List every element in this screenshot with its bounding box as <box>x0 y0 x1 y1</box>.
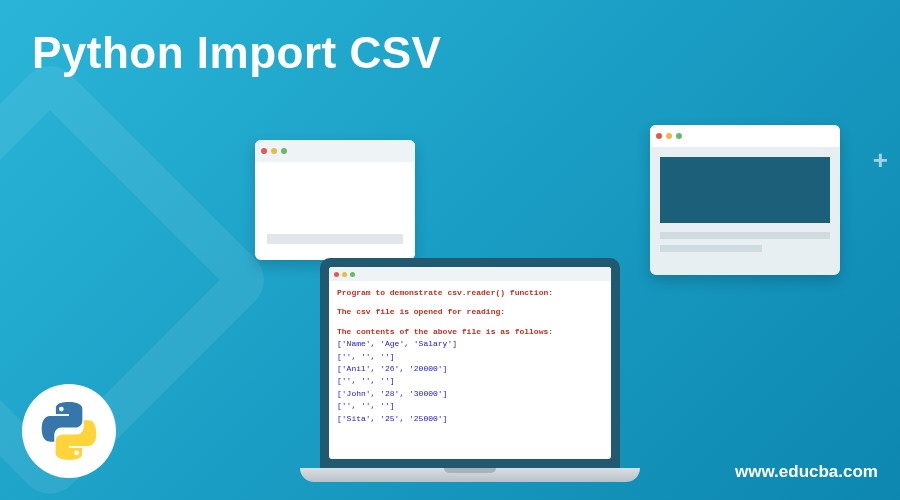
laptop-screen: Program to demonstrate csv.reader() func… <box>320 258 620 468</box>
laptop-base <box>300 468 640 482</box>
plus-icon: + <box>873 145 888 176</box>
maximize-icon <box>350 272 355 277</box>
python-logo <box>22 384 116 478</box>
terminal-output: Program to demonstrate csv.reader() func… <box>329 281 611 431</box>
window-titlebar <box>650 125 840 147</box>
terminal-line: ['Sita', '25', '25000'] <box>337 413 603 425</box>
terminal-line: ['', '', ''] <box>337 400 603 412</box>
terminal-line: ['', '', ''] <box>337 351 603 363</box>
maximize-icon <box>281 148 287 154</box>
minimize-icon <box>342 272 347 277</box>
text-placeholder <box>660 245 762 252</box>
close-icon <box>334 272 339 277</box>
text-placeholder <box>660 232 830 239</box>
laptop-notch <box>444 468 496 473</box>
laptop-illustration: Program to demonstrate csv.reader() func… <box>300 258 640 500</box>
terminal-line: ['Name', 'Age', 'Salary'] <box>337 338 603 350</box>
terminal-line: The contents of the above file is as fol… <box>337 326 603 338</box>
minimize-icon <box>666 133 672 139</box>
terminal-window: Program to demonstrate csv.reader() func… <box>329 267 611 459</box>
terminal-titlebar <box>329 267 611 281</box>
terminal-line: ['John', '28', '30000'] <box>337 388 603 400</box>
browser-window-media <box>650 125 840 275</box>
page-title: Python Import CSV <box>32 28 441 78</box>
browser-window-small <box>255 140 415 260</box>
minimize-icon <box>271 148 277 154</box>
python-icon <box>39 401 99 461</box>
website-url: www.educba.com <box>735 462 878 482</box>
media-placeholder <box>660 157 830 223</box>
terminal-line: ['', '', ''] <box>337 375 603 387</box>
terminal-line: Program to demonstrate csv.reader() func… <box>337 287 603 299</box>
terminal-line: ['Anil', '26', '20000'] <box>337 363 603 375</box>
terminal-line: The csv file is opened for reading: <box>337 306 603 318</box>
placeholder-bar <box>267 234 403 244</box>
close-icon <box>656 133 662 139</box>
window-titlebar <box>255 140 415 162</box>
maximize-icon <box>676 133 682 139</box>
close-icon <box>261 148 267 154</box>
window-body <box>650 147 840 268</box>
